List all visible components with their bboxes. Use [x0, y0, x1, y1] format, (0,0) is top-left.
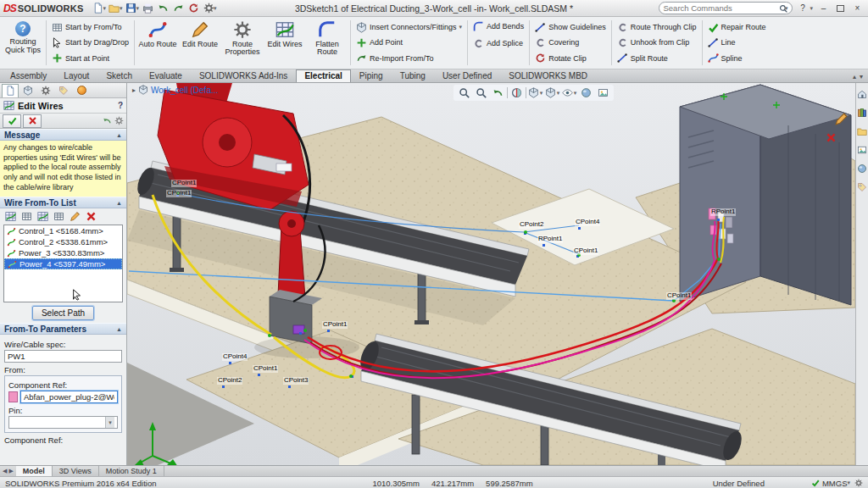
- insert-connectors-fittings-button[interactable]: Insert Connectors/Fittings▾: [353, 20, 465, 34]
- unhook-from-clip-button[interactable]: Unhook from Clip: [615, 36, 699, 49]
- hide-show-items-button[interactable]: ▾: [561, 86, 577, 100]
- tab-solidworks-add-ins[interactable]: SOLIDWORKS Add-Ins: [191, 69, 296, 82]
- undo-small-icon[interactable]: [103, 116, 112, 125]
- edit-route-button[interactable]: Edit Route: [179, 18, 221, 68]
- point-label[interactable]: RPoint1: [710, 208, 736, 216]
- pm-tab-displaymanager[interactable]: [73, 84, 90, 97]
- electrical-cabinet[interactable]: [680, 85, 851, 305]
- view-orientation-button[interactable]: ▾: [527, 86, 543, 100]
- cancel-sketch-icon[interactable]: [826, 132, 837, 143]
- solidworks-resources-button[interactable]: [857, 88, 868, 99]
- pin-combo[interactable]: ▾: [8, 416, 118, 429]
- split-route-button[interactable]: Split Route: [615, 52, 699, 65]
- pm-tab-featuremanager[interactable]: [19, 84, 36, 97]
- point-label[interactable]: CPoint2: [519, 221, 544, 229]
- new-dropdown-arrow[interactable]: ▾: [103, 5, 106, 12]
- point-label[interactable]: CPoint4: [222, 353, 248, 361]
- start-by-fromto-button[interactable]: Start by From/To: [49, 20, 131, 34]
- wire-cable-spec-input[interactable]: [4, 350, 122, 363]
- motion-study-tab[interactable]: Motion Study 1: [99, 466, 164, 476]
- point-label[interactable]: CPoint1: [253, 365, 278, 373]
- start-at-point-button[interactable]: Start at Point: [49, 52, 131, 65]
- model-tab[interactable]: Model: [16, 466, 53, 476]
- search-input[interactable]: [663, 3, 778, 13]
- wire-filter-all-button[interactable]: [19, 210, 34, 224]
- wire-list-item[interactable]: Power_3 <5330.83mm>: [4, 247, 122, 258]
- point-label[interactable]: CPoint2: [217, 377, 242, 385]
- rotate-clip-button[interactable]: Rotate Clip: [532, 52, 609, 65]
- feature-tree-flyout[interactable]: ▸ Work_cell (Defa...: [132, 85, 218, 95]
- pm-tab-propertymanager[interactable]: [2, 84, 19, 97]
- point-label[interactable]: CPoint1: [166, 190, 192, 197]
- save-dropdown-arrow[interactable]: ▾: [136, 5, 139, 12]
- open-dropdown-arrow[interactable]: ▾: [120, 5, 123, 12]
- view-palette-button[interactable]: [857, 144, 868, 155]
- print-button[interactable]: [140, 2, 155, 15]
- tab-scroll-left-icon[interactable]: ◀: [3, 468, 7, 474]
- add-splice-button[interactable]: Add Splice: [470, 36, 526, 50]
- delete-wire-button[interactable]: [84, 210, 98, 224]
- point-label[interactable]: RPoint1: [537, 236, 563, 243]
- appearances-button[interactable]: [857, 163, 868, 174]
- covering-button[interactable]: Covering: [532, 36, 609, 49]
- wire-list-item[interactable]: Control_2 <5338.61mm>: [4, 236, 122, 247]
- redo-button[interactable]: [170, 2, 186, 15]
- assembly-name[interactable]: Work_cell (Defa...: [151, 86, 218, 95]
- close-button[interactable]: ×: [850, 2, 865, 14]
- point-label[interactable]: CPoint3: [283, 377, 309, 385]
- zoom-area-button[interactable]: [473, 86, 489, 100]
- wire-table-view-button[interactable]: [3, 210, 18, 224]
- power-plug[interactable]: [293, 325, 304, 334]
- edit-appearance-button[interactable]: [578, 86, 594, 100]
- reimport-fromto-button[interactable]: Re-Import From/To: [353, 52, 465, 65]
- point-label[interactable]: CPoint1: [171, 180, 197, 187]
- wire-list-item-selected[interactable]: Power_4 <5397.49mm>: [4, 258, 122, 269]
- previous-view-button[interactable]: [490, 86, 506, 100]
- expand-triangle-icon[interactable]: ▸: [132, 86, 136, 94]
- edit-wires-button[interactable]: Edit Wires: [264, 18, 306, 68]
- message-section-header[interactable]: Message ▲: [0, 129, 126, 141]
- status-options-icon[interactable]: [854, 479, 863, 487]
- point-label[interactable]: CPoint4: [575, 219, 600, 226]
- 3d-views-tab[interactable]: 3D Views: [53, 466, 99, 476]
- tab-scroll-right-icon[interactable]: ▶: [8, 468, 13, 474]
- ribbon-collapse-icon[interactable]: ▾: [860, 73, 863, 80]
- tab-assembly[interactable]: Assembly: [2, 69, 55, 82]
- wire-filter-power-button[interactable]: [36, 210, 50, 224]
- display-style-button[interactable]: ▾: [544, 86, 560, 100]
- tab-layout[interactable]: Layout: [55, 69, 97, 82]
- point-label[interactable]: CPoint1: [322, 321, 348, 329]
- wire-list-item[interactable]: Control_1 <5168.4mm>: [4, 225, 122, 236]
- wire-filter-control-button[interactable]: [52, 210, 66, 224]
- options-dropdown-arrow[interactable]: ▾: [214, 5, 217, 12]
- tab-piping[interactable]: Piping: [351, 69, 392, 82]
- select-path-button[interactable]: Select Path: [32, 306, 94, 320]
- custom-properties-button[interactable]: [857, 181, 868, 192]
- unit-system[interactable]: MMGS ▾: [811, 479, 851, 488]
- tab-sketch[interactable]: Sketch: [97, 69, 141, 82]
- pm-tab-dimxpertmanager[interactable]: [55, 84, 72, 97]
- pm-tab-configurationmanager[interactable]: [37, 84, 54, 97]
- panel-help-button[interactable]: ?: [118, 101, 123, 110]
- repair-route-button[interactable]: Repair Route: [705, 20, 769, 34]
- ok-button[interactable]: [3, 114, 21, 128]
- pin-small-icon[interactable]: [114, 116, 124, 125]
- component-ref-input[interactable]: [20, 391, 118, 403]
- tab-user-defined[interactable]: User Defined: [434, 69, 500, 82]
- routing-quick-tips-button[interactable]: ? Routing Quick Tips: [2, 18, 44, 68]
- start-by-dragdrop-button[interactable]: Start by Drag/Drop: [49, 36, 131, 49]
- file-explorer-button[interactable]: [857, 125, 868, 136]
- flatten-route-button[interactable]: Flatten Route: [306, 18, 348, 68]
- search-dropdown-arrow[interactable]: ▾: [785, 5, 788, 12]
- section-view-button[interactable]: [509, 86, 525, 100]
- route-through-clip-button[interactable]: Route Through Clip: [615, 20, 699, 34]
- rebuild-button[interactable]: [186, 2, 201, 15]
- point-label[interactable]: CPoint1: [666, 292, 692, 300]
- undo-button[interactable]: [155, 2, 170, 15]
- wire-list-section-header[interactable]: Wire From-To List ▲: [0, 197, 126, 208]
- route-properties-button[interactable]: Route Properties: [221, 18, 264, 68]
- tab-solidworks-mbd[interactable]: SOLIDWORKS MBD: [500, 69, 596, 82]
- point-label[interactable]: CPoint1: [573, 247, 598, 255]
- edit-wire-button[interactable]: [68, 210, 82, 224]
- minimize-button[interactable]: –: [816, 2, 831, 14]
